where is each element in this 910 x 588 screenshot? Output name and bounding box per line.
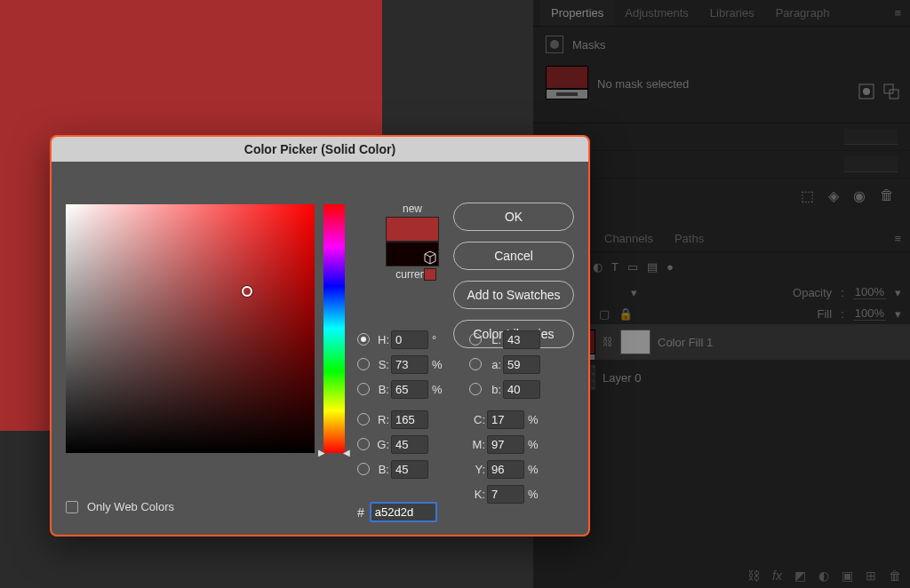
h-input[interactable] <box>391 330 428 349</box>
opacity-value[interactable]: 100% <box>853 285 886 299</box>
density-value[interactable] <box>844 129 898 145</box>
gamut-warning-icon[interactable] <box>423 250 437 265</box>
properties-tabstrip: Properties Adjustments Libraries Paragra… <box>533 0 910 27</box>
add-mask-icon[interactable]: ◩ <box>794 568 806 583</box>
lock-all-icon[interactable]: 🔒 <box>619 307 633 321</box>
layer-thumbnail[interactable] <box>546 66 588 101</box>
filter-shape-icon[interactable]: ▭ <box>627 260 638 274</box>
hue-arrow-right-icon: ◀ <box>343 448 350 457</box>
svg-rect-2 <box>884 84 893 93</box>
k-input[interactable] <box>487 485 524 504</box>
radio-l[interactable] <box>469 333 482 346</box>
sv-cursor[interactable] <box>242 286 252 297</box>
toggle-mask-icon[interactable]: ◉ <box>853 187 866 204</box>
link-mask-icon[interactable]: ⛓ <box>603 336 613 348</box>
hex-hash-label: # <box>357 505 364 520</box>
ok-button[interactable]: OK <box>453 203 574 231</box>
add-to-swatches-button[interactable]: Add to Swatches <box>453 281 574 309</box>
radio-b-lab[interactable] <box>469 383 482 395</box>
select-mask-icon[interactable]: ⬚ <box>801 187 814 204</box>
layers-menu-icon[interactable]: ≡ <box>885 226 910 251</box>
trash-icon[interactable]: 🗑 <box>889 568 901 583</box>
filter-smart-icon[interactable]: ▤ <box>647 260 658 274</box>
properties-panel: Masks No mask selected <box>533 27 910 123</box>
lock-artboard-icon[interactable]: ▢ <box>599 307 610 321</box>
c-input[interactable] <box>487 410 524 429</box>
cancel-button[interactable]: Cancel <box>453 242 574 270</box>
invert-mask-icon[interactable]: ◈ <box>828 187 839 204</box>
fx-icon[interactable]: fx <box>772 568 782 583</box>
tab-paragraph[interactable]: Paragraph <box>765 0 841 26</box>
new-color-label: new <box>359 203 466 215</box>
opacity-label: Opacity <box>793 286 832 299</box>
radio-b-rgb[interactable] <box>357 463 370 475</box>
link-layers-icon[interactable]: ⛓ <box>747 568 760 583</box>
group-icon[interactable]: ▣ <box>842 568 853 583</box>
l-input[interactable] <box>503 330 540 349</box>
delete-mask-icon[interactable]: 🗑 <box>880 187 894 204</box>
radio-r[interactable] <box>357 413 370 425</box>
properties-section-label: Masks <box>572 38 606 52</box>
filter-dot-icon[interactable]: ● <box>667 260 674 274</box>
saturation-value-field[interactable] <box>66 204 315 453</box>
websafe-swatch[interactable] <box>424 268 436 281</box>
tab-adjustments[interactable]: Adjustments <box>614 0 699 26</box>
only-web-colors-checkbox[interactable] <box>66 501 78 513</box>
b-hsb-input[interactable] <box>391 380 428 399</box>
b-lab-input[interactable] <box>503 380 540 399</box>
new-layer-icon[interactable]: ⊞ <box>866 568 876 583</box>
layer-name[interactable]: Layer 0 <box>603 371 641 385</box>
tab-channels[interactable]: Channels <box>594 226 664 251</box>
radio-b-hsb[interactable] <box>357 383 370 395</box>
hue-arrow-left-icon: ▶ <box>318 448 325 457</box>
add-pixel-mask-icon[interactable] <box>858 83 874 99</box>
fill-label: Fill <box>818 307 833 321</box>
svg-point-1 <box>863 88 870 95</box>
dialog-title: Color Picker (Solid Color) <box>52 137 588 162</box>
adjustment-layer-icon[interactable]: ◐ <box>818 568 829 583</box>
color-value-fields: H:° L: S:% a: B:% b: R: C:% G: M:% B: Y:… <box>357 327 581 506</box>
hex-input[interactable] <box>370 502 437 522</box>
mask-type-icon <box>546 36 563 53</box>
layers-bottom-toolbar: ⛓ fx ◩ ◐ ▣ ⊞ 🗑 <box>747 568 901 583</box>
radio-g[interactable] <box>357 438 370 450</box>
filter-adjust-icon[interactable]: ◐ <box>593 260 603 274</box>
a-input[interactable] <box>503 355 540 374</box>
current-color-label: current <box>359 268 466 281</box>
y-input[interactable] <box>487 460 524 479</box>
color-picker-dialog: Color Picker (Solid Color) ▶◀ new curren… <box>50 135 590 536</box>
tab-properties[interactable]: Properties <box>540 0 614 26</box>
r-input[interactable] <box>391 410 428 429</box>
feather-value[interactable] <box>844 156 898 172</box>
tab-paths[interactable]: Paths <box>664 226 714 251</box>
new-color-swatch[interactable] <box>386 217 439 242</box>
svg-rect-3 <box>890 90 898 99</box>
m-input[interactable] <box>487 435 524 454</box>
filter-type-icon[interactable]: T <box>611 260 619 274</box>
panel-menu-icon[interactable]: ≡ <box>885 0 910 26</box>
b-rgb-input[interactable] <box>391 460 428 479</box>
fill-value[interactable]: 100% <box>853 306 886 321</box>
layer-name[interactable]: Color Fill 1 <box>658 336 713 349</box>
layer-mask-thumbnail[interactable] <box>620 330 651 354</box>
g-input[interactable] <box>391 435 428 454</box>
radio-h[interactable] <box>357 333 370 346</box>
s-input[interactable] <box>391 355 428 374</box>
hue-slider[interactable] <box>323 204 345 453</box>
radio-a[interactable] <box>469 358 482 370</box>
tab-libraries[interactable]: Libraries <box>699 0 765 26</box>
mask-message: No mask selected <box>597 77 689 91</box>
add-vector-mask-icon[interactable] <box>883 83 899 99</box>
only-web-colors-label: Only Web Colors <box>87 500 174 513</box>
radio-s[interactable] <box>357 358 370 370</box>
